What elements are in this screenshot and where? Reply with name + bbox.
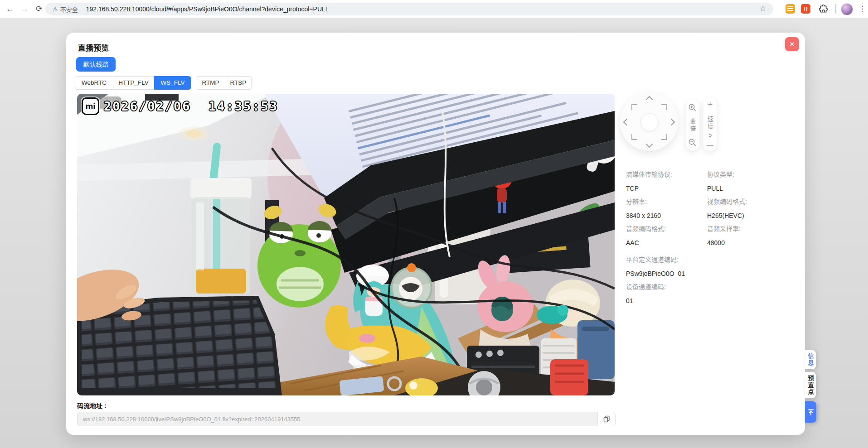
speed-label: 速度 (706, 116, 714, 130)
video-player[interactable]: 1.0 mi 2026/02/06 14:35:53 (77, 94, 615, 395)
tab-http-flv[interactable]: HTTP_FLV (113, 76, 154, 90)
stream-url-label: 码流地址 : (77, 401, 107, 410)
tab-rtmp[interactable]: RTMP (196, 76, 225, 90)
stream-url-box (77, 412, 616, 426)
info-field: 音频采样率: 48000 (707, 224, 798, 246)
arrow-up-to-line-icon (808, 409, 814, 416)
browser-toolbar: ← → ⟳ ⚠ 不安全 192.168.50.228:10000/cloud/#… (0, 0, 868, 19)
info-label: 协议类型: (707, 169, 798, 178)
tab-ws-flv[interactable]: WS_FLV (154, 76, 191, 90)
url-text[interactable]: 192.168.50.228:10000/cloud/#/apps/PSw9jo… (86, 5, 329, 13)
bookmark-star-icon[interactable]: ☆ (760, 4, 766, 13)
copy-icon[interactable] (597, 412, 615, 426)
ptz-left-icon[interactable] (623, 119, 630, 126)
tab-webrtc[interactable]: WebRTC (75, 76, 113, 90)
info-value: 3840 x 2160 (626, 212, 717, 219)
info-label: 音频编码格式: (626, 224, 717, 233)
info-label: 视频编码格式: (707, 197, 798, 206)
info-label: 设备通道编码: (626, 282, 717, 291)
dialog-title: 直播预览 (78, 42, 109, 53)
ptz-downright-icon[interactable] (661, 134, 667, 140)
ptz-downleft-icon[interactable] (631, 134, 637, 140)
info-label: 平台定义通道编码: (626, 255, 717, 264)
info-value: AAC (626, 239, 717, 246)
default-line-button[interactable]: 默认线路 (76, 57, 116, 72)
speed-increase-icon[interactable]: + (708, 101, 713, 108)
info-value: H265(HEVC) (707, 212, 798, 219)
scroll-top-button[interactable] (805, 401, 816, 423)
reload-icon[interactable]: ⟳ (33, 3, 45, 15)
screen: ← → ⟳ ⚠ 不安全 192.168.50.228:10000/cloud/#… (0, 0, 868, 448)
zoom-in-icon[interactable] (688, 103, 697, 112)
osd-timestamp: 2026/02/06 14:35:53 (104, 99, 278, 113)
close-icon[interactable]: ✕ (785, 37, 799, 51)
side-tab-info[interactable]: 信息 (805, 350, 816, 369)
info-field: 分辨率: 3840 x 2160 (626, 197, 717, 219)
camera-scene (77, 94, 615, 395)
speed-decrease-icon[interactable] (707, 145, 713, 146)
ptz-right-icon[interactable] (668, 119, 675, 126)
speed-value: 5 (708, 131, 712, 138)
side-tab-preset[interactable]: 预置点 (805, 372, 816, 398)
zoom-label: 变倍 (689, 118, 697, 133)
side-tab-preset-label: 预置点 (806, 375, 815, 395)
ptz-center-knob[interactable] (640, 113, 659, 131)
live-preview-dialog: 直播预览 ✕ 默认线路 WebRTC HTTP_FLV WS_FLV RTMP … (66, 33, 805, 435)
ptz-upright-icon[interactable] (661, 104, 667, 110)
info-value: PSw9joBPieO0O_01 (626, 270, 717, 277)
info-field: 流媒体传输协议: TCP (626, 169, 717, 192)
zoom-out-icon[interactable] (688, 138, 697, 147)
info-value: TCP (626, 185, 717, 192)
ptz-up-icon[interactable] (646, 96, 653, 103)
info-value: 48000 (707, 239, 798, 246)
address-bar[interactable]: ⚠ 不安全 192.168.50.228:10000/cloud/#/apps/… (45, 3, 773, 15)
video-osd: 1.0 mi 2026/02/06 14:35:53 (82, 97, 278, 115)
info-value: 01 (626, 297, 717, 304)
tab-rtsp[interactable]: RTSP (225, 76, 252, 90)
security-chip[interactable]: ⚠ 不安全 (53, 5, 78, 14)
info-field: 视频编码格式: H265(HEVC) (707, 197, 798, 219)
info-label: 分辨率: (626, 197, 717, 206)
ptz-zoom-pill: 变倍 (686, 100, 699, 151)
info-value: PULL (707, 185, 798, 192)
info-label: 流媒体传输协议: (626, 169, 717, 178)
info-field: 音频编码格式: AAC (626, 224, 717, 246)
back-icon[interactable]: ← (4, 3, 16, 15)
code-extension-icon[interactable]: {} (801, 4, 810, 14)
ptz-down-icon[interactable] (646, 141, 653, 148)
side-tab-info-label: 信息 (806, 353, 815, 366)
warning-icon: ⚠ (53, 6, 58, 13)
info-field: 平台定义通道编码: PSw9joBPieO0O_01 (626, 255, 717, 277)
notes-extension-icon[interactable] (786, 4, 795, 14)
info-field: 设备通道编码: 01 (626, 282, 717, 304)
profile-avatar[interactable] (841, 3, 853, 15)
extensions-puzzle-icon[interactable] (819, 4, 828, 14)
ptz-direction-pad[interactable] (620, 93, 678, 151)
browser-menu-icon[interactable]: ⋮ (858, 3, 866, 15)
toolbar-divider (835, 4, 836, 14)
ptz-speed-pill: + 速度 5 (703, 98, 717, 151)
forward-icon[interactable]: → (18, 3, 31, 15)
info-label: 音频采样率: (707, 224, 798, 233)
security-chip-label: 不安全 (60, 5, 78, 14)
ptz-upleft-icon[interactable] (631, 104, 637, 110)
camera-brand-logo: mi (82, 97, 99, 115)
info-field: 协议类型: PULL (707, 169, 798, 192)
stream-url-input[interactable] (78, 412, 597, 426)
